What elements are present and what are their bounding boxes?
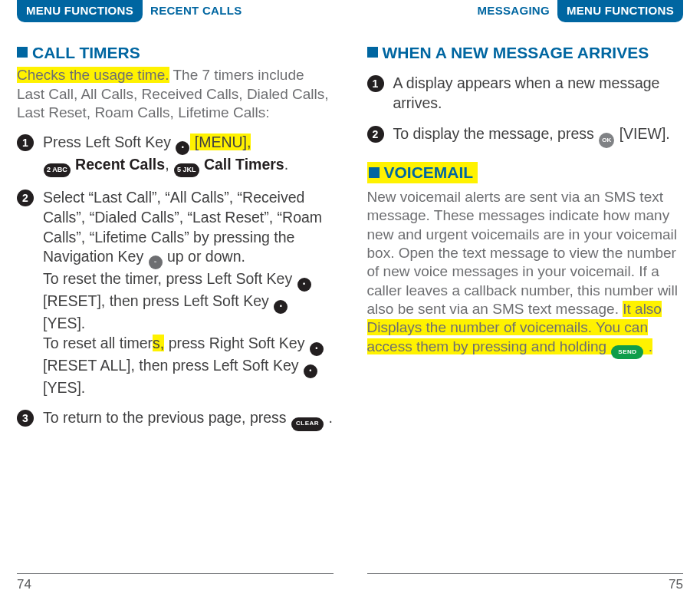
step2-text-f: To reset all timer xyxy=(43,335,153,351)
menu-functions-tab-left: MENU FUNCTIONS xyxy=(17,0,143,22)
right-content: WHEN A NEW MESSAGE ARRIVES 1 A display a… xyxy=(367,43,684,589)
page-number-right: 75 xyxy=(669,577,683,592)
step-1-body: Press Left Soft Key • [MENU], 2 ABC Rece… xyxy=(43,133,288,177)
step2-highlight: s, xyxy=(153,335,164,351)
r-step2-text-b: [VIEW]. xyxy=(615,125,670,142)
step1-bold-a: Recent Calls xyxy=(71,156,165,173)
right-page: MESSAGING MENU FUNCTIONS WHEN A NEW MESS… xyxy=(350,0,701,600)
voicemail-title: VOICEMAIL xyxy=(384,163,474,182)
soft-key-icon: • xyxy=(304,364,317,378)
step2-text-e: [YES]. xyxy=(43,315,85,331)
menu-functions-tab-right: MENU FUNCTIONS xyxy=(557,0,683,22)
step1-text-a: Press Left Soft Key xyxy=(43,134,175,150)
step1-text-d: , xyxy=(165,156,173,173)
soft-key-icon: • xyxy=(310,342,324,356)
square-bullet-icon xyxy=(17,47,28,58)
intro-highlight: Checks the usage time. xyxy=(17,67,169,83)
call-timers-title: CALL TIMERS xyxy=(32,43,140,63)
left-content: CALL TIMERS Checks the usage time. The 7… xyxy=(17,43,334,589)
voicemail-heading: VOICEMAIL xyxy=(367,162,478,183)
messaging-label: MESSAGING xyxy=(470,0,557,17)
step2-text-j: [YES]. xyxy=(43,379,85,396)
call-timers-heading: CALL TIMERS xyxy=(17,43,334,63)
step-number-icon: 3 xyxy=(17,410,34,427)
square-bullet-icon xyxy=(367,47,378,58)
step-3-body: To return to the previous page, press CL… xyxy=(43,408,333,430)
step-number-icon: 2 xyxy=(367,126,384,143)
new-message-title: WHEN A NEW MESSAGE ARRIVES xyxy=(383,43,649,63)
step-number-icon: 2 xyxy=(17,190,34,206)
step2-text-d: [RESET], then press Left Soft Key xyxy=(43,292,273,309)
step-number-icon: 1 xyxy=(367,75,384,92)
step-number-icon: 1 xyxy=(17,134,34,151)
step-2-body: Select “Last Call”, “All Calls”, “Receiv… xyxy=(43,188,334,397)
recent-calls-label: RECENT CALLS xyxy=(143,0,249,17)
voicemail-paragraph: New voicemail alerts are sent via an SMS… xyxy=(367,188,684,359)
page-number-left: 74 xyxy=(17,577,31,592)
send-key-icon: SEND xyxy=(611,345,643,359)
step-2: 2 Select “Last Call”, “All Calls”, “Rece… xyxy=(17,188,334,397)
footer-rule xyxy=(367,573,684,574)
right-header: MESSAGING MENU FUNCTIONS xyxy=(367,0,684,26)
clear-key-icon: CLEAR xyxy=(291,417,324,431)
step2-text-i: [RESET ALL], then press Left Soft Key xyxy=(43,357,303,374)
footer-rule xyxy=(17,573,334,574)
call-timers-intro: Checks the usage time. The 7 timers incl… xyxy=(17,66,334,122)
vm-highlight-2: . xyxy=(644,338,652,354)
vm-text-a: New voicemail alerts are sent via an SMS… xyxy=(367,189,679,317)
step2-text-h: press Right Soft Key xyxy=(164,335,309,351)
square-bullet-icon xyxy=(369,167,380,178)
step-1: 1 Press Left Soft Key • [MENU], 2 ABC Re… xyxy=(17,133,334,177)
key-2-icon: 2 ABC xyxy=(44,163,71,177)
step2-text-c: To reset the timer, press Left Soft Key xyxy=(43,270,297,287)
step1-highlight: [MENU], xyxy=(190,134,251,150)
new-message-heading: WHEN A NEW MESSAGE ARRIVES xyxy=(367,43,684,63)
ok-key-icon: OK xyxy=(599,133,614,148)
left-page: MENU FUNCTIONS RECENT CALLS CALL TIMERS … xyxy=(0,0,350,600)
step-3: 3 To return to the previous page, press … xyxy=(17,408,334,430)
r-step-2: 2 To display the message, press OK [VIEW… xyxy=(367,124,684,148)
r-step-1-body: A display appears when a new message arr… xyxy=(393,74,684,113)
navigation-key-icon: ◦ xyxy=(149,255,163,269)
r-step-1: 1 A display appears when a new message a… xyxy=(367,74,684,113)
step3-text-b: . xyxy=(324,409,333,426)
soft-key-icon: • xyxy=(297,278,311,292)
step1-bold-b: Call Timers xyxy=(200,156,284,173)
key-5-icon: 5 JKL xyxy=(174,163,199,177)
soft-key-icon: • xyxy=(176,141,189,155)
r-step-2-body: To display the message, press OK [VIEW]. xyxy=(393,124,670,148)
r-step2-text-a: To display the message, press xyxy=(393,125,599,142)
step3-text-a: To return to the previous page, press xyxy=(43,409,291,426)
vm-highlight-icon-wrap: SEND xyxy=(610,338,644,354)
step2-text-b: up or down. xyxy=(163,248,245,265)
left-header: MENU FUNCTIONS RECENT CALLS xyxy=(17,0,334,26)
step1-text-f: . xyxy=(284,156,288,173)
soft-key-icon: • xyxy=(274,300,288,314)
